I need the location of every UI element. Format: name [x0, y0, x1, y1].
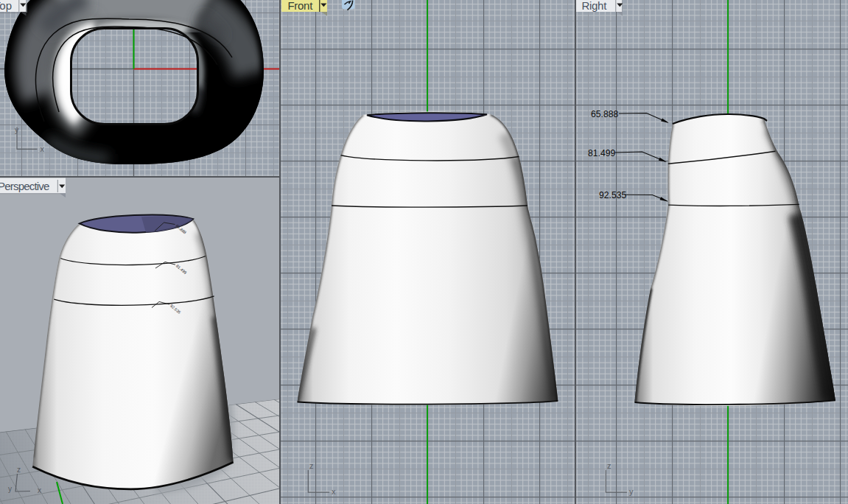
- svg-text:x: x: [332, 487, 336, 496]
- svg-text:Right: Right: [582, 0, 608, 12]
- svg-text:z: z: [17, 466, 21, 474]
- svg-text:y: y: [629, 487, 634, 496]
- svg-text:x: x: [41, 144, 45, 153]
- svg-text:z: z: [607, 461, 612, 470]
- svg-text:Perspective: Perspective: [0, 180, 49, 192]
- svg-text:81.499: 81.499: [588, 148, 615, 158]
- svg-text:y: y: [8, 485, 12, 493]
- svg-text:65.888: 65.888: [591, 109, 618, 119]
- svg-text:92.535: 92.535: [599, 190, 626, 200]
- svg-text:Front: Front: [288, 0, 314, 12]
- svg-text:z: z: [309, 461, 314, 470]
- svg-text:x: x: [38, 486, 41, 494]
- svg-text:y: y: [15, 125, 19, 134]
- svg-text:Top: Top: [0, 0, 12, 12]
